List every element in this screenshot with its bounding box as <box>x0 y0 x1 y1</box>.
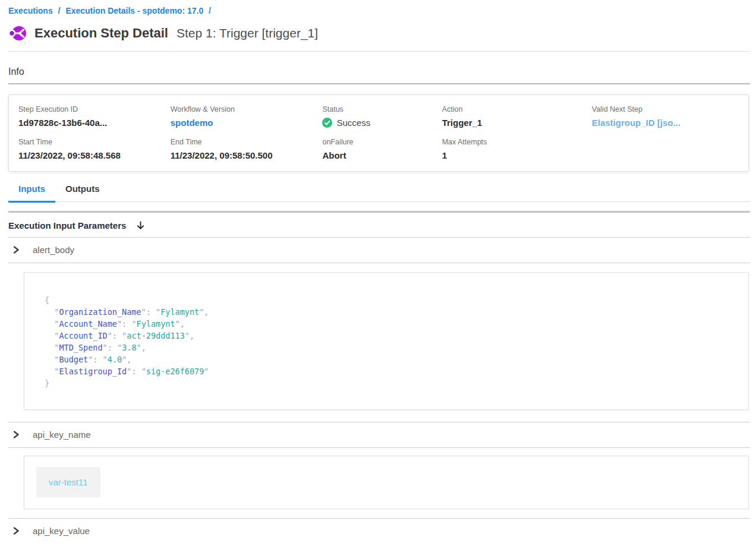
action-value: Trigger_1 <box>442 118 592 128</box>
chevron-right-icon <box>12 430 20 439</box>
field-label: Start Time <box>18 138 171 146</box>
json-code: { "Organization_Name": "Fylamynt", "Acco… <box>45 294 736 389</box>
tab-bar: Inputs Outputs <box>8 184 750 202</box>
status-badge: Success <box>322 118 442 128</box>
workflow-link[interactable]: spotdemo <box>171 118 323 128</box>
end-time-value: 11/23/2022, 09:58:50.500 <box>171 150 323 160</box>
execution-input-parameters-header: Execution Input Parameters <box>8 213 750 237</box>
page-header: Execution Step Detail Step 1: Trigger [t… <box>8 25 750 52</box>
on-failure-value: Abort <box>322 150 442 160</box>
breadcrumb-separator: / <box>58 6 61 15</box>
field-label: Workflow & Version <box>171 105 323 113</box>
field-label: Max Attempts <box>442 138 592 146</box>
field-label: Status <box>322 105 442 113</box>
field-start-time: Start Time 11/23/2022, 09:58:48.568 <box>18 138 171 160</box>
info-divider <box>8 83 750 84</box>
field-label: End Time <box>171 138 323 146</box>
step-execution-id-value: 1d97828c-13b6-40a... <box>18 118 171 128</box>
alert-body-value-card: { "Organization_Name": "Fylamynt", "Acco… <box>24 272 749 410</box>
info-card: Step Execution ID 1d97828c-13b6-40a... W… <box>8 94 749 172</box>
field-on-failure: onFailure Abort <box>322 138 442 160</box>
field-empty <box>592 138 739 160</box>
api-key-name-value: var-test11 <box>36 467 100 497</box>
info-heading: Info <box>8 67 750 77</box>
page-title: Execution Step Detail <box>34 26 168 41</box>
field-workflow-version: Workflow & Version spotdemo <box>171 105 323 128</box>
chevron-right-icon <box>12 526 20 535</box>
param-row-api-key-value[interactable]: api_key_value <box>8 518 750 544</box>
section-title: Execution Input Parameters <box>8 220 126 231</box>
field-label: onFailure <box>322 138 442 146</box>
execution-step-detail-page: Executions / Execution Details - spotdem… <box>0 0 756 544</box>
param-row-alert-body[interactable]: alert_body <box>8 237 750 263</box>
breadcrumb-execution-details[interactable]: Execution Details - spotdemo: 17.0 <box>65 6 203 15</box>
breadcrumb-separator: / <box>209 6 211 15</box>
field-label: Valid Next Step <box>592 105 739 113</box>
valid-next-step-link[interactable]: Elastigroup_ID [jso... <box>592 118 739 128</box>
tab-outputs[interactable]: Outputs <box>55 184 110 201</box>
arrow-down-icon[interactable] <box>136 220 146 231</box>
field-label: Action <box>442 105 592 113</box>
field-action: Action Trigger_1 <box>442 105 592 128</box>
start-time-value: 11/23/2022, 09:58:48.568 <box>18 150 171 160</box>
field-max-attempts: Max Attempts 1 <box>442 138 592 160</box>
chevron-right-icon <box>12 245 20 254</box>
api-key-name-value-card: var-test11 <box>24 456 749 509</box>
status-text: Success <box>336 118 370 128</box>
field-end-time: End Time 11/23/2022, 09:58:50.500 <box>171 138 323 160</box>
tab-inputs[interactable]: Inputs <box>8 184 55 203</box>
max-attempts-value: 1 <box>442 150 592 160</box>
field-valid-next-step: Valid Next Step Elastigroup_ID [jso... <box>592 105 739 128</box>
field-step-execution-id: Step Execution ID 1d97828c-13b6-40a... <box>18 105 171 128</box>
check-circle-icon <box>322 118 332 128</box>
breadcrumb: Executions / Execution Details - spotdem… <box>8 6 750 15</box>
param-name: api_key_name <box>33 430 91 440</box>
param-row-api-key-name[interactable]: api_key_name <box>8 422 750 448</box>
field-label: Step Execution ID <box>18 105 171 113</box>
param-name: alert_body <box>33 245 74 255</box>
field-status: Status Success <box>322 105 442 128</box>
page-subtitle: Step 1: Trigger [trigger_1] <box>177 26 318 40</box>
breadcrumb-executions[interactable]: Executions <box>8 6 53 15</box>
param-name: api_key_value <box>33 526 90 536</box>
fylamynt-logo-icon <box>8 25 26 42</box>
